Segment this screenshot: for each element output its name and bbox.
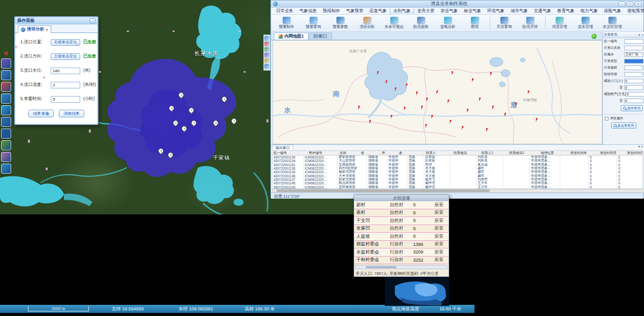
- close-button[interactable]: ×: [635, 2, 641, 7]
- result-marker-pin[interactable]: [168, 105, 175, 112]
- result-marker-pin[interactable]: [181, 125, 188, 132]
- table-row[interactable]: 430722001139ICM0622220… 大山堂滑坡湖南省 常德市澧县 彭…: [273, 159, 643, 163]
- compass-icon[interactable]: [1, 164, 11, 174]
- panel-title[interactable]: 大坝溃堤: [354, 195, 449, 201]
- village-row[interactable]: 表村 自然村 0 乐安: [354, 209, 449, 217]
- disaster-point-marker[interactable]: [452, 71, 453, 73]
- disaster-point-marker[interactable]: [448, 100, 449, 102]
- table-row[interactable]: 430722001133ICM0622220… 杨家湾滑坡湖南省 常德市澧县 肖…: [273, 170, 643, 174]
- table-row[interactable]: 430722001151ICM0622220… 宝塔岗滑坡湖南省 常德市澧县 明…: [273, 163, 643, 167]
- menu-item[interactable]: 农业气象: [437, 8, 461, 15]
- toolbar-button[interactable]: 防汛抢险: [408, 17, 434, 29]
- result-marker-pin[interactable]: [172, 119, 179, 127]
- close-icon[interactable]: ×: [641, 145, 643, 148]
- disaster-scale-select[interactable]: [624, 66, 643, 70]
- result-marker-pin[interactable]: [212, 119, 219, 127]
- panel-header[interactable]: 灾害查询 ▾ ×: [603, 32, 644, 38]
- threat-asset-to-input[interactable]: [624, 99, 643, 103]
- splash-icon[interactable]: [1, 105, 11, 115]
- risk-level-select[interactable]: [624, 72, 643, 77]
- scrollbar-thumb[interactable]: [277, 189, 490, 192]
- menu-item[interactable]: 保险气象: [601, 8, 624, 15]
- disaster-point-marker[interactable]: [358, 106, 360, 108]
- disaster-point-marker[interactable]: [404, 107, 405, 109]
- township-select[interactable]: 王家厂镇: [624, 52, 643, 57]
- result-marker-pin[interactable]: [230, 117, 238, 124]
- village-row[interactable]: 人益坡 自然村 0 乐安: [354, 233, 449, 241]
- disaster-point-marker[interactable]: [425, 124, 427, 126]
- disaster-point-marker[interactable]: [528, 90, 529, 92]
- toolbar-button[interactable]: 水库可视化: [381, 17, 408, 29]
- disaster-point-marker[interactable]: [486, 128, 488, 130]
- pin-icon[interactable]: ▾: [638, 145, 640, 148]
- village-row[interactable]: 千秋村委会 行政村 3252 乐安: [354, 257, 449, 265]
- column-header[interactable]: 发生时间年: [569, 151, 599, 155]
- menu-item[interactable]: 预报制作: [320, 8, 343, 15]
- view-result-button[interactable]: 结果查看: [28, 110, 54, 117]
- polygon-query-button[interactable]: 多边形查询: [611, 122, 637, 129]
- waves-icon[interactable]: [1, 129, 11, 139]
- gis-window[interactable]: 澧县业务制作系统 – □ × 日常业务气象信息预报制作气象预警应急气象水利气象龙…: [270, 0, 644, 198]
- column-header[interactable]: 统一编号: [273, 151, 308, 155]
- toolbar-button[interactable]: 雷电分析: [434, 17, 461, 29]
- overview-map[interactable]: [385, 277, 449, 306]
- assoc-checkbox[interactable]: [605, 117, 608, 120]
- horizontal-scrollbar[interactable]: [272, 189, 643, 193]
- disaster-point-marker[interactable]: [369, 120, 371, 122]
- operation-panel-dialog[interactable]: 操作面板 – 溃坝分析 × 1.溃口位置: 右键单击定位 已生效 2.溃口方向:…: [14, 16, 98, 125]
- close-icon[interactable]: ×: [1, 49, 11, 57]
- toolbar-button[interactable]: 预警参数: [327, 17, 354, 29]
- disaster-point-marker[interactable]: [436, 90, 438, 92]
- menu-item[interactable]: 教育气象: [554, 8, 578, 15]
- column-header[interactable]: 地理位置: [540, 151, 569, 155]
- zoom-icon[interactable]: [264, 42, 269, 47]
- scrollbar-thumb[interactable]: [366, 266, 396, 268]
- disaster-point-marker[interactable]: [472, 78, 473, 80]
- result-marker-pin[interactable]: [190, 119, 197, 127]
- toolbar-button[interactable]: 水文站管理: [599, 17, 626, 29]
- column-header[interactable]: 联系电话1: [508, 151, 539, 155]
- tab-map1[interactable]: 内网地图1: [274, 33, 309, 40]
- disaster-point-marker[interactable]: [421, 106, 423, 108]
- breach-level-input[interactable]: [51, 68, 80, 74]
- disaster-point-marker[interactable]: [391, 115, 392, 117]
- menu-item[interactable]: 日常业务: [273, 8, 296, 15]
- arch-icon[interactable]: [1, 70, 11, 80]
- maximize-button[interactable]: □: [627, 2, 633, 7]
- disaster-point-marker[interactable]: [462, 126, 463, 128]
- column-header[interactable]: 省: [360, 151, 381, 155]
- toolbar-button[interactable]: 预警查询: [300, 17, 327, 29]
- toolbar-button[interactable]: 溃坝分析: [354, 17, 381, 29]
- column-header[interactable]: 县: [398, 151, 425, 155]
- table-row[interactable]: 430722001145ICM0622220… 残昌庙滑坡湖南省 常德市澧县 戴…: [273, 181, 643, 185]
- result-marker-pin[interactable]: [157, 147, 164, 154]
- toolbar-button[interactable]: 防汛灾情: [517, 17, 544, 29]
- disaster-point-marker[interactable]: [492, 106, 494, 108]
- result-marker-pin[interactable]: [167, 151, 174, 159]
- water-icon[interactable]: [1, 93, 11, 104]
- clear-result-button[interactable]: 清除结果: [59, 110, 84, 117]
- home-icon[interactable]: [1, 140, 11, 150]
- column-header[interactable]: 发生时间月: [599, 151, 626, 155]
- output-tab[interactable]: 输出窗口: [272, 145, 293, 150]
- breach-direction-button[interactable]: 左键单击定位: [51, 53, 80, 60]
- menu-item[interactable]: 雷电预警: [624, 8, 644, 15]
- tab-close-icon[interactable]: ×: [46, 27, 48, 32]
- chart-icon[interactable]: [1, 58, 11, 69]
- close-icon[interactable]: ×: [641, 33, 643, 37]
- tab-dam-break-analysis[interactable]: 溃坝分析 ×: [18, 25, 51, 33]
- menu-item[interactable]: 电力气象: [578, 8, 601, 15]
- menu-item[interactable]: 应急气象: [366, 8, 390, 15]
- threat-pop-to-input[interactable]: [624, 85, 643, 90]
- output-table[interactable]: 统一编号野外编号名称省市县联系人联系电话联系人1联系电话1地理位置发生时间年发生…: [272, 150, 643, 189]
- toolbar-button[interactable]: 雨情: [461, 17, 488, 29]
- menu-item[interactable]: 城市气象: [507, 8, 531, 15]
- table-row[interactable]: 430722001130ICM0622220… 四方II组滑坡湖南省 常德市澧县…: [273, 167, 643, 170]
- refresh-button[interactable]: [591, 33, 597, 40]
- toolbar-button[interactable]: 预警制作: [273, 17, 300, 29]
- gis-titlebar[interactable]: 澧县业务制作系统 – □ ×: [271, 1, 643, 8]
- flag-icon[interactable]: [1, 82, 11, 92]
- disaster-point-marker[interactable]: [395, 87, 396, 89]
- threat-asset-input[interactable]: [626, 92, 644, 97]
- breach-flow-input[interactable]: [51, 82, 80, 88]
